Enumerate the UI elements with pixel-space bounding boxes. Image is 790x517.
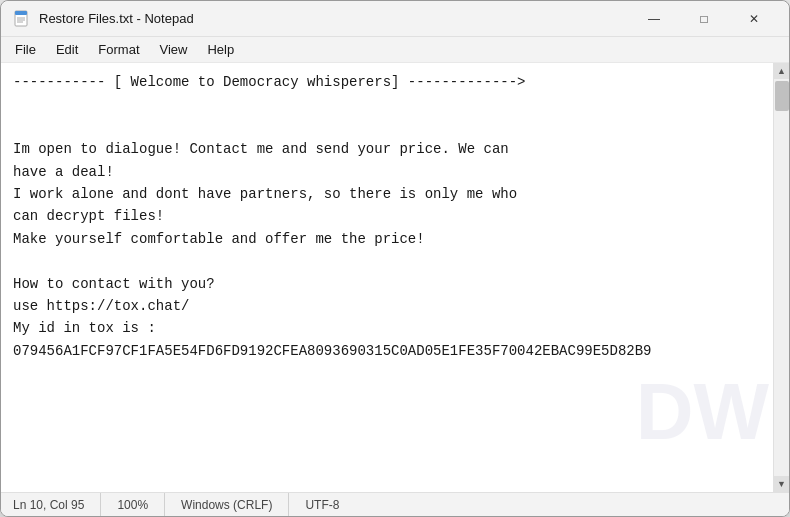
title-bar: Restore Files.txt - Notepad — □ ✕ <box>1 1 789 37</box>
scroll-up-button[interactable]: ▲ <box>774 63 790 79</box>
scrollbar-thumb[interactable] <box>775 81 789 111</box>
editor-area: ----------- [ Welcome to Democracy whisp… <box>1 63 789 492</box>
text-editor[interactable]: ----------- [ Welcome to Democracy whisp… <box>1 63 773 492</box>
close-button[interactable]: ✕ <box>731 5 777 33</box>
scrollbar: ▲ ▼ <box>773 63 789 492</box>
encoding: UTF-8 <box>289 493 355 516</box>
menu-format[interactable]: Format <box>88 40 149 59</box>
minimize-button[interactable]: — <box>631 5 677 33</box>
menu-help[interactable]: Help <box>197 40 244 59</box>
window-title: Restore Files.txt - Notepad <box>39 11 631 26</box>
status-bar: Ln 10, Col 95 100% Windows (CRLF) UTF-8 <box>1 492 789 516</box>
menu-file[interactable]: File <box>5 40 46 59</box>
notepad-window: Restore Files.txt - Notepad — □ ✕ File E… <box>0 0 790 517</box>
zoom-level: 100% <box>101 493 165 516</box>
menu-edit[interactable]: Edit <box>46 40 88 59</box>
maximize-button[interactable]: □ <box>681 5 727 33</box>
line-ending: Windows (CRLF) <box>165 493 289 516</box>
app-icon <box>13 10 31 28</box>
menu-view[interactable]: View <box>150 40 198 59</box>
scroll-down-button[interactable]: ▼ <box>774 476 790 492</box>
menu-bar: File Edit Format View Help <box>1 37 789 63</box>
window-controls: — □ ✕ <box>631 5 777 33</box>
cursor-position: Ln 10, Col 95 <box>13 493 101 516</box>
svg-rect-1 <box>15 11 27 15</box>
